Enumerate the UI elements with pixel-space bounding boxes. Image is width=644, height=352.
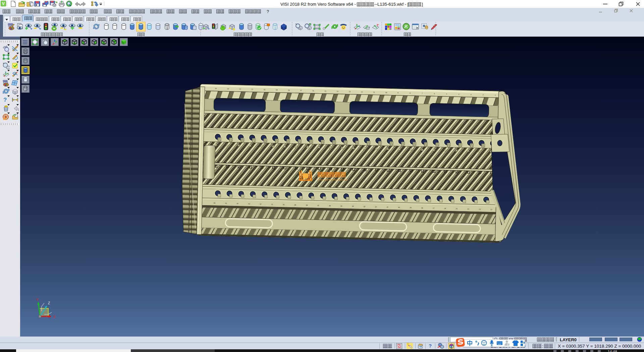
svg-text:13: 13 [349, 91, 351, 92]
svg-text:10: 10 [385, 92, 387, 93]
svg-text:+: + [3, 62, 4, 65]
svg-text:11: 11 [373, 91, 375, 93]
svg-text:Y: Y [36, 298, 39, 302]
svg-text:24: 24 [467, 208, 469, 210]
svg-text:40: 40 [283, 204, 285, 206]
svg-text:46: 46 [214, 202, 216, 204]
svg-text:30: 30 [398, 207, 400, 208]
svg-text:6: 6 [434, 93, 435, 94]
svg-text:20: 20 [264, 89, 266, 90]
svg-text:43: 43 [248, 203, 250, 205]
svg-text:33: 33 [364, 206, 366, 208]
svg-text:27: 27 [433, 207, 435, 209]
svg-text:22: 22 [239, 88, 241, 90]
svg-text:+: + [295, 23, 297, 26]
svg-text:31: 31 [386, 206, 388, 208]
svg-text:1:1: 1:1 [315, 26, 319, 28]
svg-text:1: 1 [495, 94, 496, 96]
svg-text:17: 17 [300, 90, 302, 91]
svg-text:19: 19 [276, 89, 278, 91]
svg-text:34: 34 [352, 206, 354, 207]
svg-text:16: 16 [312, 90, 314, 92]
svg-text:45: 45 [225, 203, 227, 204]
svg-text:37: 37 [317, 205, 319, 206]
svg-text:15: 15 [324, 90, 326, 92]
svg-text:7: 7 [508, 344, 509, 346]
svg-text:2: 2 [483, 94, 484, 96]
svg-text:7: 7 [422, 93, 423, 94]
svg-text:26: 26 [444, 208, 446, 209]
svg-text:23: 23 [227, 88, 229, 90]
svg-text:28: 28 [421, 207, 423, 209]
svg-text:42: 42 [260, 203, 262, 205]
svg-text:5: 5 [446, 93, 447, 95]
svg-text:22: 22 [490, 209, 492, 210]
svg-text:41: 41 [271, 204, 273, 205]
svg-text:4: 4 [458, 93, 459, 95]
svg-text:8: 8 [410, 92, 411, 94]
svg-text:12: 12 [361, 91, 363, 93]
svg-text:25: 25 [456, 208, 458, 210]
svg-text:29: 29 [410, 207, 412, 209]
svg-text:3: 3 [471, 94, 472, 95]
svg-text:V: V [2, 1, 5, 6]
svg-text:14: 14 [337, 91, 339, 92]
svg-text:?: ? [3, 97, 7, 103]
svg-text:23: 23 [479, 209, 481, 210]
svg-text:9: 9 [397, 92, 398, 94]
svg-text:21: 21 [252, 89, 254, 90]
svg-text:35: 35 [340, 205, 342, 207]
svg-text:32: 32 [375, 206, 377, 208]
svg-text:24: 24 [215, 88, 217, 89]
svg-text:36: 36 [329, 205, 331, 207]
svg-text:44: 44 [236, 203, 238, 205]
svg-text:Z: Z [48, 301, 50, 305]
svg-text:18: 18 [288, 89, 290, 91]
svg-text:39: 39 [294, 204, 296, 206]
svg-text:X: X [53, 315, 56, 319]
svg-text:38: 38 [306, 205, 308, 206]
